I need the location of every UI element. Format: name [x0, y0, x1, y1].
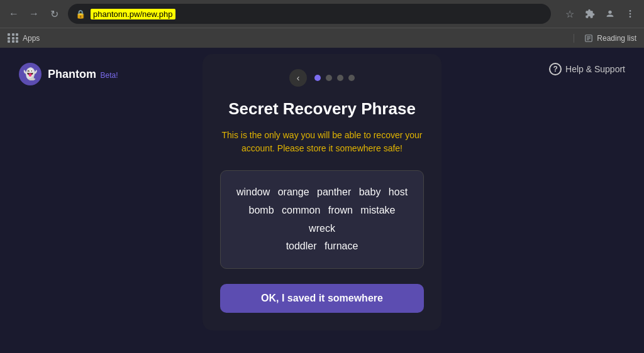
- phrase-box: window orange panther baby host bomb com…: [220, 170, 424, 269]
- url-text: phantonn.pw/new.php: [91, 9, 175, 19]
- address-bar[interactable]: 🔒 phantonn.pw/new.php: [68, 4, 551, 24]
- help-support-link[interactable]: ? Help & Support: [549, 63, 625, 75]
- reading-list-label: Reading list: [597, 34, 636, 43]
- phantom-beta: Beta!: [100, 71, 118, 80]
- help-icon: ?: [549, 63, 562, 75]
- lock-icon: 🔒: [75, 9, 86, 19]
- pagination: ‹: [220, 69, 424, 87]
- menu-button[interactable]: [621, 5, 639, 23]
- phrase-line-3: toddler furnace: [286, 241, 358, 251]
- recovery-phrase-card: ‹ Secret Recovery Phrase This is the onl…: [203, 54, 441, 330]
- prev-step-button[interactable]: ‹: [289, 69, 307, 87]
- cta-button[interactable]: OK, I saved it somewhere: [220, 284, 424, 313]
- phrase-text: window orange panther baby host bomb com…: [236, 183, 408, 256]
- bookmarks-bar: Apps Reading list: [0, 28, 644, 48]
- phantom-logo: 👻 Phantom Beta!: [19, 63, 118, 85]
- dot-1: [314, 75, 321, 81]
- reading-list-item[interactable]: Reading list: [574, 34, 636, 43]
- card-warning: This is the only way you will be able to…: [220, 129, 424, 155]
- dot-4: [348, 75, 355, 81]
- profile-button[interactable]: [601, 5, 619, 23]
- phrase-line-2: bomb common frown mistake wreck: [249, 205, 396, 234]
- svg-point-3: [630, 16, 631, 18]
- dot-2: [326, 75, 332, 81]
- svg-point-1: [630, 10, 631, 12]
- reload-button[interactable]: ↻: [45, 5, 63, 23]
- toolbar-right: ☆: [561, 5, 639, 23]
- apps-item[interactable]: Apps: [8, 33, 40, 43]
- star-button[interactable]: ☆: [561, 5, 579, 23]
- browser-chrome: ← → ↻ 🔒 phantonn.pw/new.php ☆: [0, 0, 644, 48]
- help-label: Help & Support: [565, 64, 625, 74]
- nav-buttons: ← → ↻: [5, 5, 63, 23]
- card-title: Secret Recovery Phrase: [220, 99, 424, 119]
- back-button[interactable]: ←: [5, 5, 23, 23]
- forward-button[interactable]: →: [25, 5, 43, 23]
- apps-grid-icon: [8, 33, 19, 43]
- dot-3: [337, 75, 343, 81]
- apps-label: Apps: [23, 34, 40, 43]
- extensions-button[interactable]: [581, 5, 599, 23]
- phrase-line-1: window orange panther baby host: [236, 187, 408, 197]
- svg-point-2: [630, 13, 631, 15]
- page-content: 👻 Phantom Beta! ? Help & Support ‹ Secre…: [0, 48, 644, 353]
- phantom-icon: 👻: [19, 63, 42, 85]
- phantom-name: Phantom: [48, 68, 96, 80]
- svg-point-0: [608, 11, 611, 14]
- browser-toolbar: ← → ↻ 🔒 phantonn.pw/new.php ☆: [0, 0, 644, 28]
